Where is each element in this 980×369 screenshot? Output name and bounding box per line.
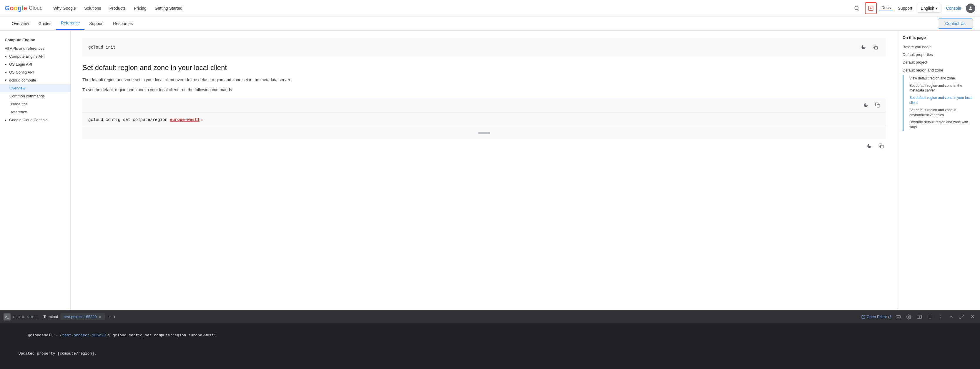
terminal-prompt-1: @cloudshell:~ (: [19, 333, 62, 337]
nav-getting-started[interactable]: Getting Started: [151, 3, 186, 13]
scroll-indicator: [83, 127, 886, 139]
sidebar-item-usage-tips[interactable]: Usage tips: [0, 100, 70, 108]
shell-terminal-label: Terminal: [43, 315, 58, 319]
nav-products[interactable]: Products: [106, 3, 129, 13]
toc-item-set-env-vars[interactable]: Set default region and zone in environme…: [906, 107, 975, 119]
highlighted-icon-button[interactable]: [865, 2, 877, 14]
dark-mode-toggle-2[interactable]: [861, 100, 870, 110]
sidebar-item-label: All APIs and references: [5, 46, 45, 51]
shell-tab[interactable]: test-project-165220 ✕: [60, 313, 105, 320]
paragraph-2: To set the default region and zone in yo…: [83, 86, 886, 93]
google-cloud-logo[interactable]: Google Cloud: [5, 5, 43, 12]
copy-button[interactable]: [870, 42, 880, 52]
chevron-down-icon: ▾: [5, 78, 7, 83]
code-block-init: gcloud init: [83, 38, 886, 57]
cloud-wordmark: Cloud: [29, 5, 43, 11]
chevron-right-icon: ▸: [5, 54, 7, 59]
sidebar-item-label: Common commands: [10, 94, 45, 98]
tab-support[interactable]: Support: [84, 17, 108, 29]
monitor-icon-button[interactable]: [926, 313, 934, 321]
section-heading: Set default region and zone in your loca…: [83, 64, 886, 72]
code-block-config: gcloud config set compute/region europe-…: [83, 98, 886, 127]
open-editor-label: Open Editor: [867, 315, 887, 319]
main-layout: Compute Engine All APIs and references ▸…: [0, 30, 980, 310]
tab-guides[interactable]: Guides: [33, 17, 56, 29]
sidebar-item-os-login[interactable]: ▸ OS Login API: [0, 60, 70, 68]
close-shell-button[interactable]: ✕: [968, 313, 977, 321]
chevron-down-icon: ▾: [935, 6, 938, 11]
sidebar-item-label: Overview: [10, 86, 25, 90]
toc-item-set-metadata[interactable]: Set default region and zone in the metad…: [906, 82, 975, 94]
user-avatar[interactable]: [966, 3, 975, 13]
svg-rect-7: [877, 105, 880, 107]
pencil-icon[interactable]: ✏: [201, 118, 203, 122]
nav-solutions[interactable]: Solutions: [81, 3, 105, 13]
shell-terminal: @cloudshell:~ (test-project-165220)$ gcl…: [0, 323, 980, 369]
code-block-actions: [859, 42, 880, 52]
tab-resources[interactable]: Resources: [108, 17, 137, 29]
terminal-line-1: @cloudshell:~ (test-project-165220)$ gcl…: [5, 326, 975, 345]
search-button[interactable]: [851, 2, 862, 14]
svg-point-0: [854, 6, 858, 10]
chevron-right-icon: ▸: [5, 118, 7, 122]
collapse-button[interactable]: [947, 313, 955, 321]
shell-dropdown-arrow[interactable]: ▾: [114, 315, 115, 319]
sidebar-item-label: Compute Engine API: [9, 54, 45, 59]
nav-pricing[interactable]: Pricing: [130, 3, 150, 13]
toc-item-default-region-zone[interactable]: Default region and zone: [903, 67, 975, 74]
svg-rect-10: [896, 315, 900, 318]
sidebar-item-label: Usage tips: [10, 102, 27, 106]
sidebar: Compute Engine All APIs and references ▸…: [0, 30, 71, 310]
tab-overview[interactable]: Overview: [7, 17, 33, 29]
docs-link[interactable]: Docs: [879, 5, 893, 11]
sub-navigation: Overview Guides Reference Support Resour…: [0, 16, 980, 30]
sidebar-item-gcloud-compute[interactable]: ▾ gcloud compute: [0, 76, 70, 84]
toc-item-set-local-client[interactable]: Set default region and zone in your loca…: [906, 94, 975, 107]
webcam-icon-button[interactable]: [915, 313, 923, 321]
open-editor-button[interactable]: Open Editor: [861, 315, 892, 319]
toc-item-view-default[interactable]: View default region and zone: [906, 75, 975, 82]
shell-tab-close-button[interactable]: ✕: [99, 315, 102, 319]
toc-item-default-properties[interactable]: Default properties: [903, 51, 975, 59]
sidebar-item-gcloud-console[interactable]: ▸ Google Cloud Console: [0, 116, 70, 124]
terminal-cmd-1: )$ gcloud config set compute/region euro…: [106, 333, 216, 337]
sidebar-item-label: Reference: [10, 110, 27, 114]
copy-button-2[interactable]: [873, 100, 882, 110]
code-config-line: gcloud config set compute/region europe-…: [83, 112, 886, 127]
top-navigation: Google Cloud Why Google Solutions Produc…: [0, 0, 980, 16]
language-selector[interactable]: English ▾: [917, 4, 942, 13]
chevron-right-icon: ▸: [5, 70, 7, 75]
svg-rect-14: [928, 315, 932, 318]
sidebar-item-all-apis[interactable]: All APIs and references: [0, 45, 70, 52]
sidebar-item-compute-api[interactable]: ▸ Compute Engine API: [0, 52, 70, 60]
toc-item-default-project[interactable]: Default project: [903, 59, 975, 66]
shell-action-buttons: Open Editor: [861, 313, 977, 321]
toc-item-before-you-begin[interactable]: Before you begin: [903, 43, 975, 51]
toc-item-override-flags[interactable]: Override default region and zone with fl…: [906, 119, 975, 131]
scroll-bar-thumb[interactable]: [478, 132, 490, 134]
shell-tab-project: test-project-165220: [64, 315, 97, 319]
settings-icon-button[interactable]: [905, 313, 913, 321]
support-link[interactable]: Support: [896, 6, 915, 11]
dark-mode-toggle-3[interactable]: [865, 141, 874, 151]
more-options-button[interactable]: ⋮: [937, 313, 945, 321]
main-nav-links: Why Google Solutions Products Pricing Ge…: [50, 3, 851, 13]
terminal-output: Updated property [compute/region].: [19, 352, 97, 356]
keyboard-icon-button[interactable]: [894, 313, 902, 321]
dark-mode-toggle[interactable]: [859, 42, 868, 52]
sidebar-item-os-config[interactable]: ▸ OS Config API: [0, 68, 70, 76]
terminal-line-2: Updated property [compute/region].: [5, 345, 975, 363]
copy-button-3[interactable]: [877, 141, 886, 151]
tab-reference[interactable]: Reference: [56, 17, 85, 30]
expand-button[interactable]: [958, 313, 966, 321]
add-tab-button[interactable]: +: [108, 314, 111, 320]
sidebar-item-overview[interactable]: Overview: [0, 84, 70, 92]
sidebar-item-common-commands[interactable]: Common commands: [0, 92, 70, 100]
sidebar-item-reference[interactable]: Reference: [0, 108, 70, 116]
contact-us-button[interactable]: Contact Us: [938, 19, 973, 29]
nav-why-google[interactable]: Why Google: [50, 3, 80, 13]
console-button[interactable]: Console: [944, 6, 964, 11]
svg-line-17: [963, 315, 964, 317]
sidebar-item-label: gcloud compute: [9, 78, 36, 83]
svg-rect-8: [881, 145, 883, 148]
